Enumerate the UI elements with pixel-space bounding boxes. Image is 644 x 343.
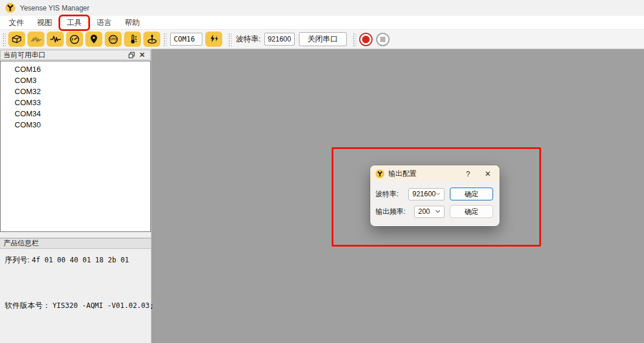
menu-language[interactable]: 语言 bbox=[90, 16, 118, 29]
utc-clock-icon[interactable]: UTC bbox=[105, 32, 122, 47]
chevron-down-icon bbox=[436, 192, 440, 196]
dialog-title-bar: 输出配置 ? ✕ bbox=[370, 165, 500, 182]
frequency-confirm-button[interactable]: 确定 bbox=[450, 205, 493, 218]
attitude-pin-icon[interactable] bbox=[143, 32, 160, 47]
baud-rate-label: 波特率: bbox=[236, 34, 261, 44]
dialog-frequency-select[interactable]: 200 bbox=[414, 206, 445, 218]
dialog-baud-select[interactable]: 921600 bbox=[408, 188, 445, 200]
baud-select[interactable]: 921600 bbox=[264, 33, 295, 46]
raw-wave-icon[interactable] bbox=[47, 32, 64, 47]
toolbar-gripper[interactable] bbox=[352, 32, 356, 46]
title-bar: Yesense YIS Manager bbox=[0, 0, 644, 16]
toolbar-gripper[interactable] bbox=[228, 32, 232, 46]
window-title: Yesense YIS Manager bbox=[20, 4, 89, 12]
port-select-value: COM16 bbox=[174, 35, 195, 43]
menu-help[interactable]: 帮助 bbox=[118, 16, 146, 29]
port-list-item[interactable]: COM34 bbox=[1, 108, 150, 119]
dialog-logo-icon bbox=[376, 169, 384, 178]
toolbar-gripper[interactable] bbox=[2, 32, 6, 46]
dialog-title: 输出配置 bbox=[388, 169, 462, 179]
toolbar-gripper[interactable] bbox=[163, 32, 167, 46]
port-list-item[interactable]: COM3 bbox=[1, 75, 150, 86]
workspace: 当前可用串口 ✕ COM16 COM3 COM32 COM33 COM34 CO… bbox=[0, 49, 644, 343]
serial-port-panel-title: 当前可用串口 bbox=[4, 50, 126, 60]
menu-bar: 文件 视图 工具 语言 帮助 bbox=[0, 16, 644, 30]
close-panel-icon[interactable]: ✕ bbox=[137, 50, 147, 60]
port-select[interactable]: COM16 bbox=[170, 33, 202, 46]
chevron-down-icon bbox=[198, 37, 199, 41]
serial-number-row: 序列号: 4f 01 00 40 01 18 2b 01 bbox=[5, 255, 129, 265]
output-config-dialog: 输出配置 ? ✕ 波特率: 921600 确定 输出频率: 200 确定 bbox=[370, 165, 500, 226]
baud-rate-row: 波特率: 921600 确定 bbox=[376, 188, 493, 200]
toolbar: UTC COM16 波特率: 921600 关闭串口 bbox=[0, 30, 644, 49]
dialog-baud-label: 波特率: bbox=[376, 189, 398, 199]
product-info-header: 产品信息栏 bbox=[0, 238, 151, 249]
float-panel-icon[interactable] bbox=[126, 50, 137, 60]
angle-wave-icon[interactable] bbox=[27, 32, 44, 47]
record-button[interactable] bbox=[359, 33, 373, 46]
3d-model-icon[interactable] bbox=[8, 32, 25, 47]
temperature-icon[interactable] bbox=[124, 32, 141, 47]
baud-select-value: 921600 bbox=[268, 35, 291, 43]
app-logo-icon bbox=[5, 3, 15, 13]
serial-port-panel: 当前可用串口 ✕ COM16 COM3 COM32 COM33 COM34 CO… bbox=[0, 49, 151, 343]
baud-confirm-button[interactable]: 确定 bbox=[450, 188, 493, 200]
port-list-item[interactable]: COM32 bbox=[1, 86, 150, 97]
menu-file[interactable]: 文件 bbox=[2, 16, 30, 29]
help-icon[interactable]: ? bbox=[462, 169, 474, 178]
software-version-row: 软件版本号： YIS320 -AQMI -V01.02.03; bbox=[5, 300, 154, 311]
record-icon bbox=[362, 36, 370, 43]
dialog-frequency-value: 200 bbox=[418, 207, 430, 216]
software-version-value: YIS320 -AQMI -V01.02.03; bbox=[53, 302, 154, 310]
product-info-title: 产品信息栏 bbox=[4, 238, 39, 248]
port-list-item[interactable]: COM16 bbox=[1, 64, 150, 75]
close-serial-port-button[interactable]: 关闭串口 bbox=[299, 32, 347, 46]
serial-port-panel-header: 当前可用串口 ✕ bbox=[0, 50, 151, 60]
dialog-frequency-label: 输出频率: bbox=[376, 207, 405, 217]
stop-icon bbox=[380, 37, 385, 42]
chevron-down-icon bbox=[435, 210, 440, 213]
serial-number-label: 序列号: bbox=[5, 255, 30, 264]
product-info-body: 序列号: 4f 01 00 40 01 18 2b 01 软件版本号： YIS3… bbox=[0, 249, 151, 343]
menu-view[interactable]: 视图 bbox=[30, 16, 58, 29]
port-list: COM16 COM3 COM32 COM33 COM34 COM30 bbox=[0, 61, 151, 232]
port-list-item[interactable]: COM33 bbox=[1, 97, 150, 108]
software-version-label: 软件版本号： bbox=[5, 301, 50, 310]
close-icon[interactable]: ✕ bbox=[481, 169, 494, 178]
port-list-item[interactable]: COM30 bbox=[1, 119, 150, 130]
location-pin-icon[interactable] bbox=[85, 32, 102, 47]
app-window: Yesense YIS Manager 文件 视图 工具 语言 帮助 UTC bbox=[0, 0, 644, 343]
dialog-body: 波特率: 921600 确定 输出频率: 200 确定 bbox=[370, 182, 500, 218]
menu-tools[interactable]: 工具 bbox=[60, 16, 88, 29]
svg-text:UTC: UTC bbox=[111, 38, 116, 41]
gauge-icon[interactable] bbox=[66, 32, 83, 47]
refresh-ports-icon[interactable] bbox=[205, 32, 222, 47]
output-frequency-row: 输出频率: 200 确定 bbox=[376, 205, 493, 218]
stop-button[interactable] bbox=[376, 33, 390, 46]
serial-number-value: 4f 01 00 40 01 18 2b 01 bbox=[32, 256, 129, 264]
dialog-baud-value: 921600 bbox=[412, 190, 436, 198]
